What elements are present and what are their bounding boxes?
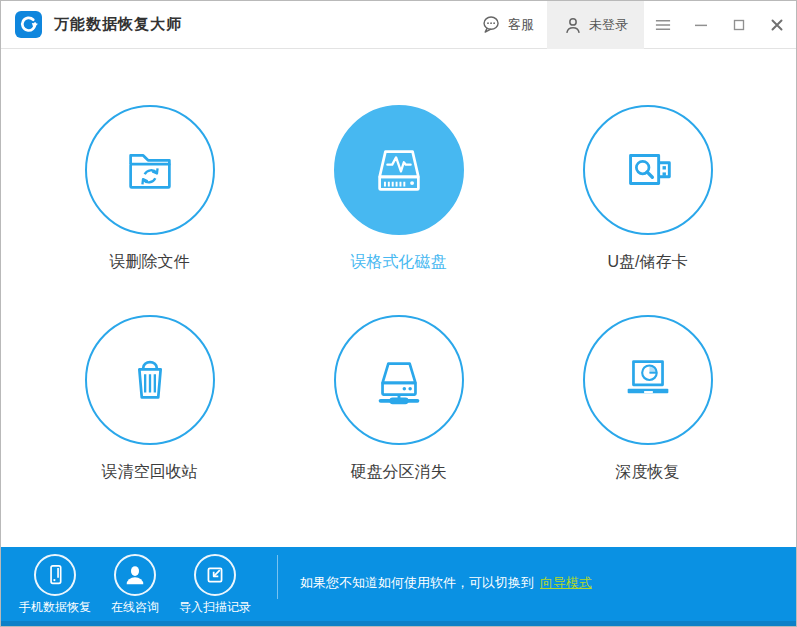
user-icon — [563, 15, 583, 35]
mode-label: 误格式化磁盘 — [351, 252, 447, 273]
mode-recycle-bin[interactable]: 误清空回收站 — [65, 315, 235, 483]
footer-action-label: 手机数据恢复 — [19, 599, 91, 616]
laptop-pie-icon — [583, 315, 713, 445]
usb-search-icon — [583, 105, 713, 235]
customer-service-button[interactable]: 客服 — [468, 1, 547, 49]
mode-label: 硬盘分区消失 — [351, 462, 447, 483]
footer-action-label: 导入扫描记录 — [179, 599, 251, 616]
chat-bubble-icon — [481, 14, 502, 35]
minimize-button[interactable] — [682, 1, 720, 49]
import-icon — [194, 554, 236, 596]
folder-recycle-icon — [85, 105, 215, 235]
footer-help: 如果您不知道如何使用软件，可以切换到 向导模式 — [300, 547, 592, 621]
mode-lost-partition[interactable]: 硬盘分区消失 — [314, 315, 484, 483]
mode-formatted-disk[interactable]: 误格式化磁盘 — [314, 105, 484, 273]
login-button[interactable]: 未登录 — [547, 1, 644, 49]
maximize-button[interactable] — [720, 1, 758, 49]
app-window: 万能数据恢复大师 客服 未登录 — [0, 0, 797, 627]
close-icon — [768, 16, 786, 34]
mode-label: U盘/储存卡 — [608, 252, 688, 273]
close-button[interactable] — [758, 1, 796, 49]
window-controls — [644, 1, 796, 49]
footer-divider — [277, 555, 278, 599]
mode-deep-recovery[interactable]: 深度恢复 — [563, 315, 733, 483]
mode-label: 误删除文件 — [110, 252, 190, 273]
hamburger-icon — [653, 15, 673, 35]
wizard-mode-link[interactable]: 向导模式 — [540, 574, 592, 592]
disk-network-icon — [334, 315, 464, 445]
footer-action-label: 在线咨询 — [111, 599, 159, 616]
maximize-icon — [730, 16, 748, 34]
phone-icon — [34, 554, 76, 596]
person-icon — [114, 554, 156, 596]
footer-bar: 手机数据恢复 在线咨询 导入扫描记录 如果您不知 — [1, 547, 796, 626]
trash-icon — [85, 315, 215, 445]
login-label: 未登录 — [589, 16, 628, 34]
customer-service-label: 客服 — [508, 16, 534, 34]
mode-label: 误清空回收站 — [102, 462, 198, 483]
mode-deleted-files[interactable]: 误删除文件 — [65, 105, 235, 273]
minimize-icon — [692, 16, 710, 34]
recovery-mode-grid: 误删除文件 误格式化磁盘 — [1, 49, 796, 547]
app-title: 万能数据恢复大师 — [54, 15, 182, 34]
title-bar: 万能数据恢复大师 客服 未登录 — [1, 1, 796, 49]
menu-button[interactable] — [644, 1, 682, 49]
import-scan-button[interactable]: 导入扫描记录 — [175, 547, 255, 621]
app-logo-icon — [15, 11, 42, 38]
phone-recovery-button[interactable]: 手机数据恢复 — [15, 547, 95, 621]
mode-label: 深度恢复 — [616, 462, 680, 483]
footer-help-text: 如果您不知道如何使用软件，可以切换到 — [300, 574, 534, 592]
disk-pulse-icon — [334, 105, 464, 235]
mode-usb-card[interactable]: U盘/储存卡 — [563, 105, 733, 273]
online-consult-button[interactable]: 在线咨询 — [95, 547, 175, 621]
